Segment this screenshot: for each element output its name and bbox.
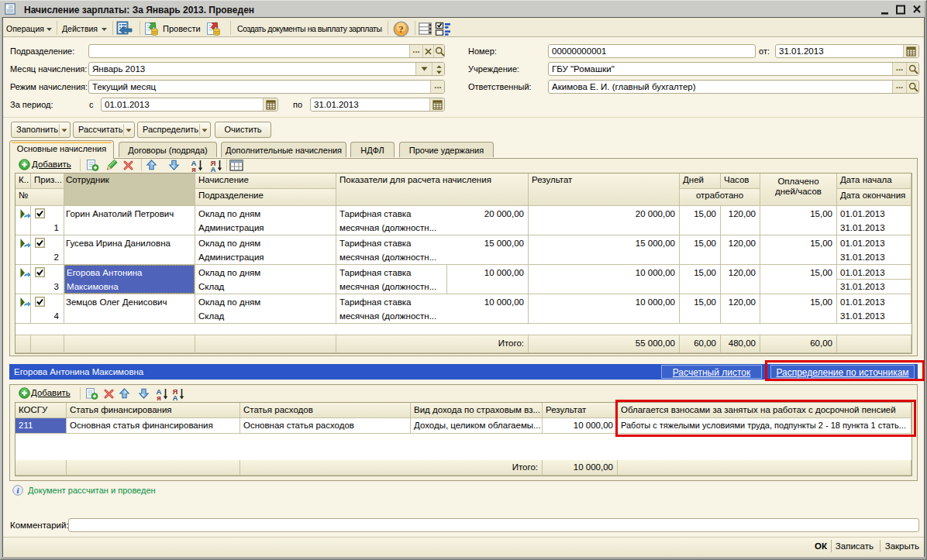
svg-text:?: ? bbox=[398, 23, 404, 35]
svg-text:А: А bbox=[173, 393, 178, 401]
svg-text:я: я bbox=[191, 165, 196, 173]
svg-text:я: я bbox=[157, 393, 161, 401]
svg-text:А: А bbox=[211, 165, 216, 173]
